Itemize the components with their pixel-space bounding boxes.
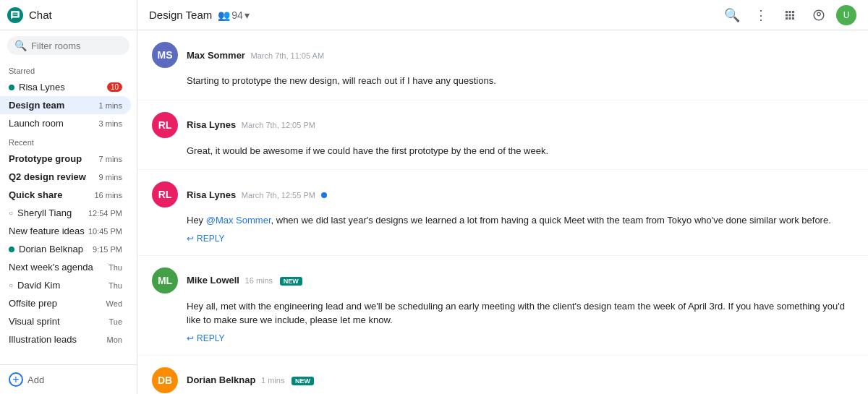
starred-label: Starred bbox=[0, 61, 137, 78]
sidebar-item-risa-lynes[interactable]: Risa Lynes 10 bbox=[0, 78, 131, 96]
search-area: 🔍 bbox=[0, 30, 137, 61]
new-badge: NEW bbox=[280, 277, 302, 286]
room-time: 3 mins bbox=[99, 119, 122, 128]
sidebar-item-illustration-leads[interactable]: Illustration leads Mon bbox=[0, 330, 131, 348]
room-time: Thu bbox=[109, 281, 122, 290]
room-name: Offsite prep bbox=[9, 298, 103, 309]
app-title: Chat bbox=[29, 9, 52, 21]
avatar: DB bbox=[152, 367, 178, 393]
message-header: ML Mike Lowell 16 mins NEW bbox=[152, 267, 854, 294]
main-header: Design Team 👥 94 ▾ 🔍 ⋮ U bbox=[137, 0, 868, 30]
sidebar-item-next-weeks-agenda[interactable]: Next week's agenda Thu bbox=[0, 258, 131, 276]
apps-grid-button[interactable] bbox=[778, 4, 801, 27]
room-name: Design team bbox=[9, 100, 96, 111]
room-name: David Kim bbox=[17, 280, 106, 291]
room-name: Illustration leads bbox=[9, 334, 104, 345]
avatar: ML bbox=[152, 267, 178, 294]
message-text: Starting to prototype the new design, wi… bbox=[152, 74, 854, 88]
online-dot bbox=[9, 85, 14, 90]
room-time: 10:45 PM bbox=[88, 227, 122, 236]
members-icon: 👥 bbox=[218, 9, 230, 21]
app-logo bbox=[7, 7, 23, 23]
room-time: Tue bbox=[109, 317, 122, 326]
sender-name: Mike Lowell bbox=[187, 275, 239, 286]
mention: @Max Sommer bbox=[206, 215, 271, 226]
room-name: Risa Lynes bbox=[19, 82, 104, 93]
room-name: Visual sprint bbox=[9, 316, 106, 327]
add-circle-icon: + bbox=[9, 372, 23, 387]
message-text: Hey all, met with the engineering lead a… bbox=[152, 299, 854, 327]
message-block: ML Mike Lowell 16 mins NEW Hey all, met … bbox=[137, 256, 868, 356]
avatar: MS bbox=[152, 42, 178, 68]
reply-button[interactable]: ↩ REPLY bbox=[152, 234, 854, 244]
presence-icon: ○ bbox=[9, 209, 13, 217]
room-time: 1 mins bbox=[99, 101, 122, 110]
room-name: Sheryll Tiang bbox=[17, 207, 85, 218]
main-area: Design Team 👥 94 ▾ 🔍 ⋮ U MS Max bbox=[137, 0, 868, 394]
message-header: RL Risa Lynes March 7th, 12:55 PM bbox=[152, 181, 854, 207]
members-count: 94 bbox=[231, 9, 243, 21]
room-time: Mon bbox=[107, 335, 122, 344]
room-name: Launch room bbox=[9, 118, 96, 129]
search-box[interactable]: 🔍 bbox=[7, 36, 129, 55]
message-meta: Mike Lowell 16 mins NEW bbox=[187, 275, 302, 286]
sidebar-scroll: Starred Risa Lynes 10 Design team 1 mins… bbox=[0, 61, 137, 364]
message-block: RL Risa Lynes March 7th, 12:55 PM Hey @M… bbox=[137, 170, 868, 256]
message-text: Great, it would be awesome if we could h… bbox=[152, 144, 854, 158]
search-icon: 🔍 bbox=[14, 40, 27, 51]
room-time: 12:54 PM bbox=[88, 209, 122, 218]
sidebar-item-offsite-prep[interactable]: Offsite prep Wed bbox=[0, 294, 131, 312]
message-text: Hey @Max Sommer, when we did last year's… bbox=[152, 213, 854, 228]
sidebar: Chat 🔍 Starred Risa Lynes 10 Design team… bbox=[0, 0, 137, 394]
reply-icon: ↩ bbox=[187, 333, 194, 343]
sidebar-item-sheryll-tiang[interactable]: ○ Sheryll Tiang 12:54 PM bbox=[0, 204, 131, 222]
recent-label: Recent bbox=[0, 132, 137, 150]
sidebar-item-quick-share[interactable]: Quick share 16 mins bbox=[0, 186, 131, 204]
message-block: RL Risa Lynes March 7th, 12:05 PM Great,… bbox=[137, 100, 868, 171]
message-meta: Risa Lynes March 7th, 12:55 PM bbox=[187, 189, 327, 200]
sidebar-item-q2-design-review[interactable]: Q2 design review 9 mins bbox=[0, 168, 131, 186]
members-info[interactable]: 👥 94 ▾ bbox=[218, 9, 250, 21]
reply-label: REPLY bbox=[197, 333, 224, 343]
room-time: 16 mins bbox=[94, 191, 122, 200]
reply-button[interactable]: ↩ REPLY bbox=[152, 333, 854, 343]
chat-area: MS Max Sommer March 7th, 11:05 AM Starti… bbox=[137, 30, 868, 394]
message-time: 16 mins bbox=[245, 276, 273, 285]
user-avatar[interactable]: U bbox=[836, 5, 856, 25]
new-badge: NEW bbox=[292, 377, 314, 385]
message-meta: Max Sommer March 7th, 11:05 AM bbox=[187, 50, 324, 61]
sender-name: Max Sommer bbox=[187, 50, 245, 61]
message-header: MS Max Sommer March 7th, 11:05 AM bbox=[152, 42, 854, 68]
reply-icon: ↩ bbox=[187, 234, 194, 244]
message-meta: Dorian Belknap 1 mins NEW bbox=[187, 374, 314, 385]
sidebar-item-new-feature-ideas[interactable]: New feature ideas 10:45 PM bbox=[0, 222, 131, 240]
search-button[interactable]: 🔍 bbox=[720, 4, 744, 27]
sidebar-item-prototype-group[interactable]: Prototype group 7 mins bbox=[0, 150, 131, 168]
online-dot bbox=[9, 247, 14, 252]
sidebar-item-visual-sprint[interactable]: Visual sprint Tue bbox=[0, 312, 131, 330]
add-label: Add bbox=[27, 374, 44, 385]
sidebar-item-david-kim[interactable]: ○ David Kim Thu bbox=[0, 276, 131, 294]
room-time: 7 mins bbox=[99, 155, 122, 163]
sidebar-item-design-team[interactable]: Design team 1 mins bbox=[0, 96, 131, 114]
message-time: March 7th, 12:55 PM bbox=[242, 191, 315, 200]
search-input[interactable] bbox=[31, 40, 122, 51]
room-name: New feature ideas bbox=[9, 226, 85, 236]
settings-button[interactable] bbox=[807, 4, 830, 27]
channel-title: Design Team bbox=[149, 9, 212, 21]
add-button[interactable]: + Add bbox=[0, 364, 137, 394]
sender-name: Risa Lynes bbox=[187, 119, 236, 130]
sidebar-item-launch-room[interactable]: Launch room 3 mins bbox=[0, 114, 131, 132]
message-header: DB Dorian Belknap 1 mins NEW bbox=[152, 367, 854, 393]
presence-icon: ○ bbox=[9, 281, 13, 289]
edited-dot bbox=[321, 192, 327, 198]
message-time: March 7th, 12:05 PM bbox=[242, 121, 315, 129]
more-options-button[interactable]: ⋮ bbox=[749, 4, 773, 27]
sender-name: Dorian Belknap bbox=[187, 374, 255, 385]
room-name: Quick share bbox=[9, 189, 91, 200]
message-time: 1 mins bbox=[261, 376, 284, 385]
room-time: Thu bbox=[109, 263, 122, 272]
sidebar-item-dorian-belknap[interactable]: Dorian Belknap 9:15 PM bbox=[0, 240, 131, 258]
sender-name: Risa Lynes bbox=[187, 189, 236, 200]
room-time: 9 mins bbox=[99, 173, 122, 181]
